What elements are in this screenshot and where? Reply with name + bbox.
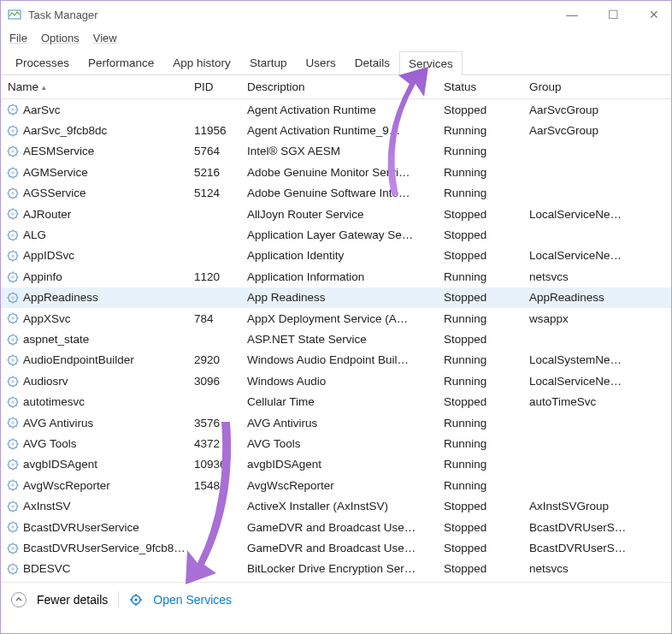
column-pid[interactable]: PID xyxy=(187,77,240,97)
tab-performance[interactable]: Performance xyxy=(79,50,163,74)
svg-line-157 xyxy=(9,419,10,420)
table-row[interactable]: AGSService5124Adobe Genuine Software Int… xyxy=(1,183,671,204)
service-group: wsappx xyxy=(522,309,642,329)
tab-services[interactable]: Services xyxy=(399,51,463,75)
table-row[interactable]: AJRouterAllJoyn Router ServiceStoppedLoc… xyxy=(1,204,671,224)
service-name: AESMService xyxy=(23,145,94,157)
service-group: AppReadiness xyxy=(522,287,642,307)
svg-point-22 xyxy=(11,150,15,153)
table-row[interactable]: AESMService5764Intel® SGX AESMRunning xyxy=(1,141,671,162)
service-group: netsvcs xyxy=(522,267,642,287)
svg-point-162 xyxy=(11,442,15,446)
svg-line-209 xyxy=(9,530,10,531)
svg-point-62 xyxy=(11,234,15,237)
table-row[interactable]: AppReadinessApp ReadinessStoppedAppReadi… xyxy=(1,287,671,308)
service-name: BDESVC xyxy=(23,562,71,575)
menu-options[interactable]: Options xyxy=(41,32,80,44)
svg-line-179 xyxy=(9,467,10,468)
svg-line-197 xyxy=(9,502,10,503)
service-group xyxy=(522,482,642,489)
maximize-button[interactable]: ☐ xyxy=(603,8,623,21)
open-services-link[interactable]: Open Services xyxy=(153,593,232,607)
service-gear-icon xyxy=(6,165,23,179)
service-status: Running xyxy=(437,267,522,287)
column-name[interactable]: Name▴ xyxy=(1,77,187,97)
svg-point-142 xyxy=(11,400,15,404)
service-status: Stopped xyxy=(437,246,522,265)
svg-line-49 xyxy=(9,196,10,197)
svg-line-68 xyxy=(15,238,16,239)
menu-file[interactable]: File xyxy=(9,32,27,44)
service-pid: 3576 xyxy=(187,413,240,433)
rows-container[interactable]: AarSvcAgent Activation RuntimeStoppedAar… xyxy=(1,99,671,582)
svg-line-99 xyxy=(9,300,10,301)
service-description: BitLocker Drive Encryption Ser… xyxy=(240,559,437,578)
tab-apphistory[interactable]: App history xyxy=(163,50,240,74)
svg-line-167 xyxy=(9,440,10,441)
service-pid xyxy=(187,566,240,572)
table-row[interactable]: BcastDVRUserServiceGameDVR and Broadcast… xyxy=(1,517,671,537)
svg-line-218 xyxy=(15,551,16,552)
svg-line-98 xyxy=(15,300,16,301)
column-description[interactable]: Description xyxy=(240,77,437,97)
service-gear-icon xyxy=(6,311,23,325)
column-status[interactable]: Status xyxy=(437,77,522,97)
table-row[interactable]: Appinfo1120Application InformationRunnin… xyxy=(1,266,671,287)
table-row[interactable]: AxInstSVActiveX Installer (AxInstSV)Stop… xyxy=(1,495,671,516)
service-status: Stopped xyxy=(437,496,522,516)
window-title: Task Manager xyxy=(28,9,98,21)
tab-details[interactable]: Details xyxy=(345,50,399,74)
tab-startup[interactable]: Startup xyxy=(240,50,297,74)
table-row[interactable]: AarSvc_9fcb8dc11956Agent Activation Runt… xyxy=(1,120,671,140)
service-name: AarSvc_9fcb8dc xyxy=(23,124,107,137)
service-gear-icon xyxy=(6,416,23,430)
table-row[interactable]: AVG Antivirus3576AVG AntivirusRunning xyxy=(1,412,671,433)
service-gear-icon xyxy=(6,187,23,200)
fewer-details-link[interactable]: Fewer details xyxy=(37,593,108,607)
service-group xyxy=(522,335,642,342)
close-button[interactable]: ✕ xyxy=(644,8,664,21)
table-row[interactable]: AvgWscReporter1548AvgWscReporterRunning xyxy=(1,475,671,495)
service-description: AppX Deployment Service (A… xyxy=(240,309,437,329)
service-status: Stopped xyxy=(437,225,522,245)
table-row[interactable]: BcastDVRUserService_9fcb8…GameDVR and Br… xyxy=(1,537,671,558)
table-row[interactable]: AppXSvc784AppX Deployment Service (A…Run… xyxy=(1,308,671,329)
service-status: Running xyxy=(437,350,522,370)
window-titlebar: Task Manager — ☐ ✕ xyxy=(1,1,671,28)
service-name: AvgWscReporter xyxy=(23,479,110,492)
svg-line-188 xyxy=(15,489,16,489)
minimize-button[interactable]: — xyxy=(562,8,582,21)
tab-processes[interactable]: Processes xyxy=(6,50,79,74)
svg-point-202 xyxy=(11,525,15,529)
table-row[interactable]: autotimesvcCellular TimeStoppedautoTimeS… xyxy=(1,391,671,412)
table-row[interactable]: AppIDSvcApplication IdentityStoppedLocal… xyxy=(1,246,671,266)
service-group xyxy=(522,190,642,197)
table-row[interactable]: ALGApplication Layer Gateway Se…Stopped xyxy=(1,224,671,245)
table-row[interactable]: Audiosrv3096Windows AudioRunningLocalSer… xyxy=(1,370,671,391)
table-row[interactable]: BDESVCBitLocker Drive Encryption Ser…Sto… xyxy=(1,559,671,579)
service-status: Stopped xyxy=(437,538,522,558)
svg-line-17 xyxy=(9,127,10,127)
service-pid: 1120 xyxy=(187,267,240,287)
service-status: Stopped xyxy=(437,204,522,224)
service-pid xyxy=(187,544,240,551)
table-row[interactable]: AudioEndpointBuilder2920Windows Audio En… xyxy=(1,350,671,370)
svg-line-87 xyxy=(9,273,10,274)
services-gear-icon xyxy=(129,593,143,607)
fewer-details-icon[interactable] xyxy=(11,592,27,607)
table-row[interactable]: AarSvcAgent Activation RuntimeStoppedAar… xyxy=(1,99,671,120)
tab-users[interactable]: Users xyxy=(296,50,345,74)
sort-asc-icon: ▴ xyxy=(42,83,46,92)
svg-line-210 xyxy=(15,524,16,524)
menu-view[interactable]: View xyxy=(93,32,117,44)
table-row[interactable]: avgbIDSAgent10936avgbIDSAgentRunning xyxy=(1,454,671,475)
table-row[interactable]: aspnet_stateASP.NET State ServiceStopped xyxy=(1,329,671,349)
column-group[interactable]: Group xyxy=(522,77,642,97)
service-status: Stopped xyxy=(437,100,522,120)
svg-point-172 xyxy=(11,463,15,466)
svg-point-192 xyxy=(11,505,15,508)
service-name: AGSService xyxy=(23,187,86,199)
table-row[interactable]: AGMService5216Adobe Genuine Monitor Serv… xyxy=(1,162,671,182)
table-row[interactable]: AVG Tools4372AVG ToolsRunning xyxy=(1,433,671,453)
services-table: Name▴ PID Description Status Group AarSv… xyxy=(1,75,671,582)
